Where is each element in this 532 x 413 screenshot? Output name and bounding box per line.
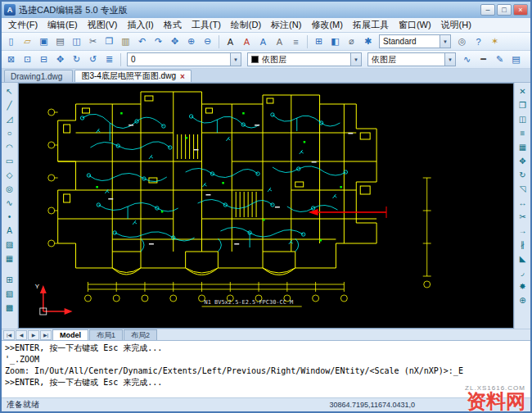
tab-floor-plan[interactable]: 图3-4底层电照平面图.dwg × <box>74 70 191 82</box>
new-file-icon[interactable]: ▯ <box>3 34 19 49</box>
menu-draw[interactable]: 绘制(D) <box>226 18 266 32</box>
layers-icon[interactable]: ≣ <box>101 52 117 67</box>
plot-icon[interactable]: ▤ <box>52 34 68 49</box>
model-tab[interactable]: Model <box>52 329 88 340</box>
zoom-previous-icon[interactable]: ⊟ <box>36 52 52 67</box>
settings-icon[interactable]: ✶ <box>487 34 503 49</box>
menu-modify[interactable]: 修改(M) <box>306 18 348 32</box>
text-style-combo[interactable]: Standard ▼ <box>379 34 451 48</box>
ellipse-icon[interactable]: ◎ <box>2 182 16 195</box>
align-icon[interactable]: ≡ <box>288 34 304 49</box>
chevron-down-icon[interactable]: ▼ <box>440 35 450 48</box>
pan-icon[interactable]: ✥ <box>167 34 183 49</box>
chevron-down-icon[interactable]: ▼ <box>350 53 361 66</box>
join-icon[interactable]: ⊕ <box>516 293 530 306</box>
zoom-extents-icon[interactable]: ⊠ <box>3 52 19 67</box>
trim-icon[interactable]: ✂ <box>516 210 530 223</box>
text-tool-icon[interactable]: A <box>2 224 16 237</box>
menu-view[interactable]: 视图(V) <box>83 18 123 32</box>
block-icon[interactable]: ▦ <box>2 252 16 265</box>
properties-panel-icon[interactable]: ▤ <box>508 52 524 67</box>
menu-format[interactable]: 格式 <box>159 18 187 32</box>
polygon-icon[interactable]: ◇ <box>2 168 16 181</box>
chamfer-icon[interactable]: ◣ <box>516 252 530 265</box>
image-icon[interactable]: ▧ <box>2 287 16 300</box>
next-tab-button[interactable]: ▶ <box>28 330 39 340</box>
fillet-icon[interactable]: ◞ <box>516 266 530 279</box>
zoom-window-icon[interactable]: ⊡ <box>20 52 35 67</box>
tab-drawing1[interactable]: Drawing1.dwg <box>4 70 73 82</box>
menu-insert[interactable]: 插入(I) <box>122 18 158 32</box>
tab-close-icon[interactable]: × <box>180 72 185 81</box>
mirror-icon[interactable]: ◫ <box>516 112 530 125</box>
rotate-icon[interactable]: ↻ <box>516 168 530 181</box>
layout2-tab[interactable]: 布局2 <box>124 329 157 340</box>
undo-icon[interactable]: ↶ <box>134 34 150 49</box>
measure-icon[interactable]: ⌀ <box>344 34 359 49</box>
cut-icon[interactable]: ✂ <box>85 34 101 49</box>
copy-tool-icon[interactable]: ❐ <box>516 98 530 111</box>
hatch-icon[interactable]: ▨ <box>2 238 16 251</box>
save-icon[interactable]: ▣ <box>36 34 52 49</box>
menu-dimension[interactable]: 标注(N) <box>266 18 306 32</box>
line-icon[interactable]: ╱ <box>2 98 16 111</box>
layout1-tab[interactable]: 布局1 <box>89 329 123 340</box>
offset-icon[interactable]: ≡ <box>516 126 530 139</box>
regen-icon[interactable]: ↺ <box>85 52 101 67</box>
properties-icon[interactable]: ✱ <box>360 34 376 49</box>
menu-edit[interactable]: 编辑(E) <box>43 18 83 32</box>
maximize-button[interactable]: □ <box>497 4 512 16</box>
prev-tab-button[interactable]: ◀ <box>16 330 27 340</box>
extend-icon[interactable]: → <box>516 224 530 237</box>
spline-icon[interactable]: ∿ <box>2 196 16 209</box>
text-height-icon[interactable]: A <box>255 34 271 49</box>
menu-window[interactable]: 窗口(W) <box>394 18 436 32</box>
menu-tools[interactable]: 工具(T) <box>187 18 226 32</box>
arc-icon[interactable]: ◠ <box>2 140 16 153</box>
drawing-canvas[interactable]: Y N1 BV5x2.5-E2.5-FPC30-CC M <box>18 83 514 329</box>
polyline-icon[interactable]: ◿ <box>2 112 16 125</box>
text-color-icon[interactable]: A <box>239 34 255 49</box>
print-preview-icon[interactable]: ◫ <box>69 34 84 49</box>
copy-icon[interactable]: ❐ <box>101 34 117 49</box>
select-icon[interactable]: ↖ <box>2 84 16 98</box>
explode-icon[interactable]: ✸ <box>516 279 530 293</box>
zoom-out-icon[interactable]: ⊖ <box>200 34 215 49</box>
first-tab-button[interactable]: |◀ <box>3 330 15 340</box>
table-icon[interactable]: ⊞ <box>311 34 327 49</box>
chevron-down-icon[interactable]: ▼ <box>230 53 241 66</box>
point-icon[interactable]: • <box>2 210 16 223</box>
array-icon[interactable]: ▦ <box>516 140 530 153</box>
stretch-icon[interactable]: ↔ <box>516 196 530 209</box>
open-file-icon[interactable]: ▱ <box>20 34 35 49</box>
insert-block-icon[interactable]: ◧ <box>327 34 343 49</box>
pan-hand-icon[interactable]: ✥ <box>52 52 68 67</box>
menu-express[interactable]: 拓展工具 <box>348 18 394 32</box>
title-bar[interactable]: A 迅捷CAD编辑器 5.0 专业版 – □ × <box>2 2 530 18</box>
linetype-combo[interactable]: 依图层 ▼ <box>367 52 456 66</box>
color-combo[interactable]: 依图层 ▼ <box>247 52 362 66</box>
rectangle-icon[interactable]: ▭ <box>2 154 16 167</box>
scale-icon[interactable]: ◹ <box>516 182 530 195</box>
find-icon[interactable]: ◎ <box>454 34 470 49</box>
linetype-manager-icon[interactable]: ∿ <box>459 52 475 67</box>
break-icon[interactable]: ∦ <box>516 238 530 251</box>
help-icon[interactable]: ? <box>471 34 486 49</box>
circle-icon[interactable]: ○ <box>2 126 16 139</box>
underline-icon[interactable]: A <box>272 34 287 49</box>
orbit-icon[interactable]: ↻ <box>69 52 84 67</box>
command-console[interactable]: >>ENTER, 按一下右键或 Esc 来完成...'_.ZOOMZoom: I… <box>2 340 530 397</box>
text-style-icon[interactable]: A <box>223 34 238 49</box>
menu-help[interactable]: 说明(H) <box>436 18 476 32</box>
table-tool-icon[interactable]: ⊞ <box>2 273 16 286</box>
layer-combo[interactable]: 0 ▼ <box>127 52 241 66</box>
match-properties-icon[interactable]: ✎ <box>492 52 507 67</box>
paste-icon[interactable]: ▥ <box>118 34 133 49</box>
close-button[interactable]: × <box>513 4 528 16</box>
last-tab-button[interactable]: ▶| <box>40 330 52 340</box>
zoom-in-icon[interactable]: ⊕ <box>183 34 199 49</box>
minimize-button[interactable]: – <box>480 4 495 16</box>
move-icon[interactable]: ✥ <box>516 154 530 167</box>
region-icon[interactable]: ▩ <box>2 301 16 314</box>
chevron-down-icon[interactable]: ▼ <box>444 53 455 66</box>
